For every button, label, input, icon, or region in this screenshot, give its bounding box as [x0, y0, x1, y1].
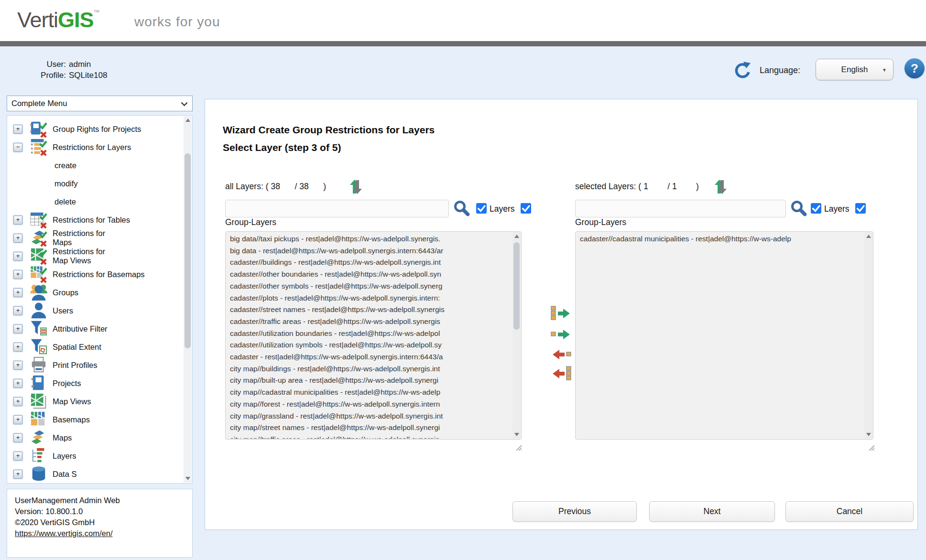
- list-item[interactable]: city map//street names - rest|adel@https…: [226, 422, 512, 434]
- tree-item-label[interactable]: Basemaps: [53, 415, 90, 424]
- tree-item-attributive-filter[interactable]: +Attributive Filter: [8, 320, 184, 338]
- expand-toggle-icon[interactable]: +: [13, 306, 22, 315]
- list-item[interactable]: big data - rest|adel@https://w-ws-adelpo…: [226, 245, 512, 257]
- list-item[interactable]: cadaster - rest|adel@https://w-ws-adelpo…: [226, 351, 512, 363]
- expand-toggle-icon[interactable]: +: [13, 343, 22, 352]
- layers-filter-checkbox-right[interactable]: [811, 203, 821, 214]
- layers-filter-checkbox-left[interactable]: [476, 203, 487, 214]
- tree-item-restrictions-for-tables[interactable]: +Restrictions for Tables: [8, 211, 184, 229]
- vertigis-link[interactable]: https://www.vertigis.com/en/: [15, 529, 113, 538]
- scroll-up-arrow[interactable]: [184, 116, 192, 124]
- move-selected-right-button[interactable]: [550, 326, 573, 344]
- list-item[interactable]: cadaster//other symbols - rest|adel@http…: [226, 280, 512, 292]
- list-item[interactable]: cadaster//utilization boundaries - rest|…: [226, 328, 512, 340]
- expand-toggle-icon[interactable]: +: [13, 397, 22, 406]
- menu-mode-select[interactable]: Complete Menu: [7, 96, 193, 111]
- tree-item-data-s[interactable]: +Data S: [8, 465, 184, 483]
- tree-item-maps[interactable]: +Maps: [8, 429, 184, 447]
- search-icon[interactable]: [453, 200, 470, 219]
- scrollbar-thumb[interactable]: [513, 242, 520, 330]
- list-item[interactable]: big data//taxi pickups - rest|adel@https…: [226, 233, 512, 245]
- tree-item-label[interactable]: Restrictions for Maps: [53, 229, 105, 247]
- tree-item-print-profiles[interactable]: +Print Profiles: [8, 356, 184, 374]
- tree-item-groups[interactable]: +Groups: [8, 283, 184, 302]
- list-item[interactable]: city map//built-up area - rest|adel@http…: [226, 375, 512, 387]
- tree-item-basemaps[interactable]: +Basemaps: [8, 410, 184, 429]
- tree-item-label[interactable]: Group Rights for Projects: [53, 125, 141, 134]
- tree-item-label[interactable]: Restrictions for Tables: [53, 215, 130, 225]
- tree-item-label[interactable]: Attributive Filter: [53, 324, 108, 334]
- list-item[interactable]: cadaster//street names - rest|adel@https…: [226, 304, 512, 316]
- resize-grip[interactable]: [869, 444, 875, 453]
- move-all-left-button[interactable]: [550, 365, 573, 383]
- tree-item-label[interactable]: Data S: [53, 470, 76, 479]
- tree-item-restrictions-for-map-views[interactable]: +Restrictions for Map Views: [8, 247, 184, 265]
- tree-item-label[interactable]: delete: [54, 197, 76, 206]
- sort-arrows-icon[interactable]: [348, 179, 365, 197]
- filter-input-right[interactable]: [575, 200, 786, 217]
- tree-item-label[interactable]: Restrictions for Basemaps: [53, 270, 145, 279]
- list-item[interactable]: city map//grassland - rest|adel@https://…: [226, 410, 512, 422]
- expand-toggle-icon[interactable]: +: [13, 433, 22, 442]
- list-item[interactable]: cadaster//plots - rest|adel@https://w-ws…: [226, 292, 512, 304]
- tree-item-delete[interactable]: delete: [8, 193, 184, 211]
- expand-toggle-icon[interactable]: +: [13, 252, 22, 261]
- tree-item-restrictions-for-maps[interactable]: +Restrictions for Maps: [8, 229, 184, 247]
- list-left-scrollbar[interactable]: [512, 232, 521, 439]
- help-icon[interactable]: ?: [904, 58, 925, 78]
- collapse-toggle-icon[interactable]: −: [13, 143, 22, 152]
- tree-item-layers[interactable]: +Layers: [8, 447, 184, 465]
- language-dropdown[interactable]: English ▼: [816, 59, 893, 80]
- scrollbar-thumb[interactable]: [185, 153, 191, 348]
- previous-button[interactable]: Previous: [512, 501, 637, 522]
- tree-item-label[interactable]: Layers: [53, 452, 76, 461]
- tree-item-projects[interactable]: +Projects: [8, 374, 184, 392]
- search-icon[interactable]: [790, 200, 807, 219]
- tree-item-users[interactable]: +Users: [8, 302, 184, 320]
- expand-toggle-icon[interactable]: +: [13, 270, 22, 279]
- expand-toggle-icon[interactable]: +: [13, 361, 22, 370]
- tree-item-label[interactable]: Print Profiles: [53, 361, 98, 370]
- list-item[interactable]: cadaster//traffic areas - rest|adel@http…: [226, 316, 512, 328]
- scroll-up-arrow[interactable]: [864, 232, 872, 240]
- expand-toggle-icon[interactable]: +: [13, 452, 22, 461]
- scroll-down-arrow[interactable]: [184, 474, 192, 483]
- scroll-down-arrow[interactable]: [512, 431, 521, 439]
- filter-input-left[interactable]: [225, 200, 449, 217]
- expand-toggle-icon[interactable]: +: [13, 125, 22, 134]
- list-item[interactable]: city map//traffic areas - rest|adel@http…: [226, 434, 512, 439]
- list-item[interactable]: cadaster//cadastral municipalities - res…: [576, 233, 864, 245]
- secondary-filter-checkbox-right[interactable]: [855, 203, 866, 214]
- expand-toggle-icon[interactable]: +: [13, 415, 22, 424]
- sort-arrows-icon[interactable]: [713, 179, 730, 197]
- tree-item-label[interactable]: Users: [53, 306, 73, 315]
- tree-item-label[interactable]: Restrictions for Layers: [53, 143, 131, 152]
- list-item[interactable]: city map//cadastral municipalities - res…: [226, 387, 512, 398]
- tree-item-label[interactable]: create: [54, 161, 76, 170]
- expand-toggle-icon[interactable]: +: [13, 288, 22, 297]
- secondary-filter-checkbox-left[interactable]: [521, 203, 531, 214]
- expand-toggle-icon[interactable]: +: [13, 470, 22, 479]
- list-item[interactable]: cadaster//utilization symbols - rest|ade…: [226, 339, 512, 351]
- list-item[interactable]: city map//buildings - rest|adel@https://…: [226, 363, 512, 375]
- tree-item-group-rights-for-projects[interactable]: +Group Rights for Projects: [8, 120, 184, 138]
- move-selected-left-button[interactable]: [550, 346, 573, 364]
- tree-scrollbar[interactable]: [184, 116, 192, 483]
- cancel-button[interactable]: Cancel: [785, 501, 914, 522]
- move-all-right-button[interactable]: [550, 305, 573, 323]
- scroll-down-arrow[interactable]: [864, 431, 872, 439]
- scroll-up-arrow[interactable]: [512, 232, 521, 240]
- tree-item-restrictions-for-layers[interactable]: −Restrictions for Layers: [8, 138, 184, 156]
- list-item[interactable]: city map//forest - rest|adel@https://w-w…: [226, 398, 512, 410]
- tree-item-label[interactable]: Groups: [53, 288, 78, 297]
- tree-item-label[interactable]: Restrictions for Map Views: [53, 247, 105, 265]
- expand-toggle-icon[interactable]: +: [13, 324, 22, 334]
- tree-item-spatial-extent[interactable]: +Spatial Extent: [8, 338, 184, 356]
- tree-item-map-views[interactable]: +Map Views: [8, 392, 184, 410]
- expand-toggle-icon[interactable]: +: [13, 215, 22, 225]
- tree-item-label[interactable]: modify: [54, 179, 78, 188]
- expand-toggle-icon[interactable]: +: [13, 234, 22, 243]
- expand-toggle-icon[interactable]: +: [13, 379, 22, 388]
- refresh-icon[interactable]: [733, 60, 753, 80]
- tree-item-label[interactable]: Spatial Extent: [53, 343, 101, 352]
